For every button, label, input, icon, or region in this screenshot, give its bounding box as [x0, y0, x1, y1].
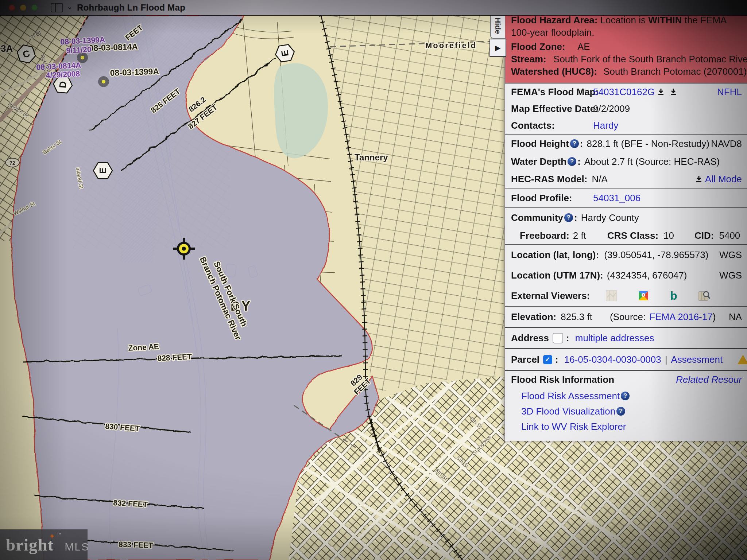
- wv-risk-explorer-link[interactable]: Link to WV Risk Explorer: [521, 421, 626, 432]
- external-viewers-label: External Viewers:: [511, 290, 590, 302]
- hide-panel-tab[interactable]: Hide: [490, 13, 505, 39]
- label-moorefield: Moorefield: [425, 41, 477, 50]
- label-tannery: Tannery: [355, 152, 388, 162]
- address-link[interactable]: multiple addresses: [575, 332, 654, 344]
- latlong-label: Location (lat, long):: [511, 249, 599, 261]
- flood-zone-label: Flood Zone:: [511, 41, 565, 52]
- flood-visualization-link[interactable]: 3D Flood Visualization: [521, 406, 615, 417]
- hec-ras-label: HEC-RAS Model:: [511, 174, 587, 185]
- row-wv-risk-explorer: Link to WV Risk Explorer: [505, 419, 747, 434]
- hex-letter: E: [97, 167, 108, 174]
- flood-profile-label: Flood Profile:: [511, 192, 593, 204]
- row-flood-height: Flood Height : 828.1 ft (BFE - Non-Restu…: [505, 135, 747, 153]
- utm-value: (4324354, 676047): [607, 270, 687, 281]
- cid-value: 5400: [719, 230, 740, 241]
- hazard-text2: the FEMA: [685, 15, 727, 26]
- chevron-down-icon[interactable]: ⌄: [67, 3, 73, 11]
- stream-value: South Fork of the South Branch Potomac R…: [553, 54, 747, 65]
- mls-label: MLS: [65, 541, 89, 553]
- google-maps-icon[interactable]: [638, 290, 649, 301]
- assessment-link[interactable]: Assessment: [671, 354, 723, 365]
- help-icon[interactable]: [564, 213, 573, 222]
- faded-map-viewer-icon[interactable]: [606, 290, 617, 301]
- parcel-id-link[interactable]: 16-05-0304-0030-0003: [564, 354, 661, 365]
- flood-risk-title: Flood Risk Information: [511, 374, 614, 385]
- bing-maps-icon[interactable]: b: [670, 290, 677, 301]
- download-icon[interactable]: [657, 88, 665, 96]
- all-models-link[interactable]: All Mode: [705, 174, 742, 185]
- label-firm-panel-1399: 08-03-1399A: [110, 66, 159, 78]
- label-3a: 3A: [1, 43, 13, 54]
- help-icon[interactable]: [568, 157, 576, 166]
- parcel-divider: |: [665, 354, 667, 365]
- flood-risk-assessment-link[interactable]: Flood Risk Assessment: [521, 390, 620, 402]
- help-icon[interactable]: [570, 139, 579, 148]
- screen: C D E E: [0, 0, 747, 560]
- hazard-label: Flood Hazard Area:: [511, 15, 597, 26]
- help-icon[interactable]: [621, 392, 630, 400]
- sidebar-toggle-icon[interactable]: [51, 3, 63, 12]
- water-depth-label: Water Depth: [511, 156, 566, 167]
- map-search-icon[interactable]: [698, 290, 710, 301]
- row-parcel: Parcel : 16-05-0304-0030-0003 | Assessme…: [505, 349, 747, 370]
- flood-height-value: 828.1 ft (BFE - Non-Restudy): [587, 138, 710, 149]
- water-depth-value: About 2.7 ft (Source: HEC-RAS): [584, 156, 720, 167]
- utm-label: Location (UTM 17N):: [511, 270, 603, 281]
- row-effective-date: Map Effective Date: 9/2/2009: [505, 100, 747, 117]
- flood-zone-value: AE: [577, 41, 590, 52]
- bright-logo: bright✦™: [6, 536, 54, 553]
- warning-triangle-icon: [738, 355, 747, 364]
- star-icon: ✦: [49, 533, 55, 540]
- row-contacts: Contacts: Hardy: [505, 117, 747, 134]
- zoom-window-icon[interactable]: [31, 5, 38, 11]
- address-checkbox[interactable]: [553, 333, 563, 343]
- label-zone-ae: Zone AE: [128, 342, 159, 352]
- elevation-source-link[interactable]: FEMA 2016-17: [649, 311, 712, 323]
- utm-datum: WGS: [719, 270, 742, 281]
- row-community: Community : Hardy County: [505, 208, 747, 227]
- row-water-depth: Water Depth : About 2.7 ft (Source: HEC-…: [505, 153, 747, 170]
- label-photo-0814-date: 4/29/2008: [46, 69, 80, 79]
- close-window-icon[interactable]: [9, 5, 15, 11]
- row-3d-flood-visualization: 3D Flood Visualization: [505, 404, 747, 419]
- community-label: Community: [511, 212, 563, 223]
- download-icon[interactable]: [669, 88, 677, 96]
- row-freeboard-crs-cid: Freeboard: 2 ft CRS Class: 10 CID: 5400: [505, 227, 747, 244]
- nfhl-link[interactable]: NFHL: [717, 86, 742, 98]
- label-bfe-833: 833 FEET: [119, 540, 153, 549]
- row-address: Address : multiple addresses: [505, 328, 747, 348]
- freeboard-value: 2 ft: [573, 230, 586, 241]
- hazard-text: Location is: [600, 15, 646, 26]
- minimize-window-icon[interactable]: [20, 5, 26, 11]
- elevation-datum: NA: [729, 311, 742, 323]
- download-icon[interactable]: [695, 175, 703, 183]
- window-titlebar: ⌄ Rohrbaugh Ln Flood Map: [0, 0, 747, 16]
- route-shield: 72: [5, 158, 19, 167]
- row-flood-profile: Flood Profile: 54031_006: [505, 188, 747, 207]
- flood-height-label: Flood Height: [511, 138, 569, 149]
- label-photo-1399-date: 9/11/20: [66, 45, 92, 55]
- contacts-link[interactable]: Hardy: [593, 120, 618, 131]
- crs-class-value: 10: [663, 230, 674, 241]
- hex-letter: D: [57, 81, 69, 88]
- elevation-source-prefix: (Source:: [610, 311, 646, 323]
- effective-date-label: Map Effective Date:: [511, 103, 593, 114]
- community-value: Hardy County: [581, 212, 639, 223]
- collapse-panel-arrow-button[interactable]: [489, 39, 506, 57]
- latlong-value: (39.050541, -78.965573): [604, 249, 708, 261]
- row-fema-flood-map: FEMA's Flood Map: 54031C0162G NFHL: [505, 83, 747, 100]
- address-label: Address: [511, 332, 549, 344]
- flood-profile-link[interactable]: 54031_006: [593, 192, 640, 204]
- fema-map-link[interactable]: 54031C0162G: [593, 86, 655, 98]
- flood-hazard-alert: Flood Hazard Area: Location is WITHIN th…: [505, 10, 747, 83]
- help-icon[interactable]: [616, 407, 625, 416]
- row-elevation: Elevation: 825.3 ft (Source: FEMA 2016-1…: [505, 307, 747, 327]
- parcel-label: Parcel: [511, 354, 539, 365]
- related-resources-link[interactable]: Related Resour: [676, 374, 742, 385]
- bright-mls-watermark: bright✦™ MLS: [0, 529, 88, 560]
- freeboard-label: Freeboard:: [520, 230, 569, 241]
- hazard-within: WITHIN: [648, 15, 682, 26]
- fema-map-label: FEMA's Flood Map:: [511, 86, 593, 98]
- parcel-checkbox[interactable]: [543, 355, 552, 364]
- stream-label: Stream:: [511, 54, 546, 65]
